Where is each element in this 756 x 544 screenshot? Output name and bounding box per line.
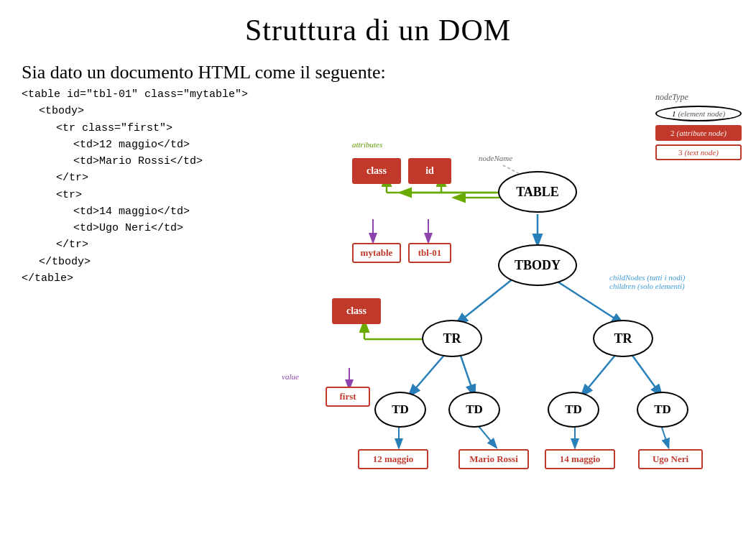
text1-node: 12 maggio xyxy=(358,449,428,469)
text4-node: Ugo Neri xyxy=(638,449,703,469)
svg-line-15 xyxy=(582,354,617,395)
id-attr-node: id xyxy=(408,158,451,184)
legend-title: nodeType xyxy=(655,92,742,103)
class-attr2-node: class xyxy=(332,298,381,324)
tbl01-value-node: tbl-01 xyxy=(408,243,451,263)
code-line-6: </tr> xyxy=(56,170,756,186)
tr1-node: TR xyxy=(422,320,482,357)
tbody-node: TBODY xyxy=(498,244,577,286)
tr2-node: TR xyxy=(593,320,653,357)
nodename-label: nodeName xyxy=(479,154,512,162)
legend: nodeType 1(element node) 2(attribute nod… xyxy=(655,92,742,164)
value-label: value xyxy=(282,372,299,381)
code-line-4: <td>12 maggio</td> xyxy=(73,137,756,153)
code-line-10: </tr> xyxy=(56,236,756,253)
code-line-9: <td>Ugo Neri</td> xyxy=(73,220,756,236)
svg-line-18 xyxy=(478,425,496,447)
childnodes-label: childNodes (tutti i nodi)children (solo … xyxy=(609,273,735,290)
td1-node: TD xyxy=(374,392,426,428)
mytable-value-node: mytable xyxy=(352,243,401,263)
legend-element-node: 1(element node) xyxy=(655,106,742,121)
code-line-8: <td>14 maggio</td> xyxy=(73,203,756,220)
legend-text-node: 3(text node) xyxy=(655,144,742,160)
td4-node: TD xyxy=(637,392,688,428)
td2-node: TD xyxy=(448,392,500,428)
legend-attribute-node: 2(attribute node) xyxy=(655,125,742,141)
code-line-3: <tr class="first"> xyxy=(56,120,756,137)
code-line-1: <table id="tbl-01" class="mytable"> xyxy=(22,86,756,103)
subtitle: Sia dato un documento HTML come il segue… xyxy=(22,62,756,83)
svg-line-14 xyxy=(460,354,474,395)
td3-node: TD xyxy=(548,392,599,428)
svg-line-16 xyxy=(631,354,661,395)
svg-line-13 xyxy=(410,354,446,395)
svg-line-20 xyxy=(661,425,668,447)
code-line-7: <tr> xyxy=(56,187,756,203)
first-value-node: first xyxy=(326,387,370,407)
text3-node: 14 maggio xyxy=(545,449,615,469)
class-attr-node: class xyxy=(352,158,401,184)
text2-node: Mario Rossi xyxy=(458,449,529,469)
table-node: TABLE xyxy=(498,171,577,213)
code-line-2: <tbody> xyxy=(39,103,756,119)
page-title: Struttura di un DOM xyxy=(0,0,756,55)
attributes-label: attributes xyxy=(352,140,382,149)
